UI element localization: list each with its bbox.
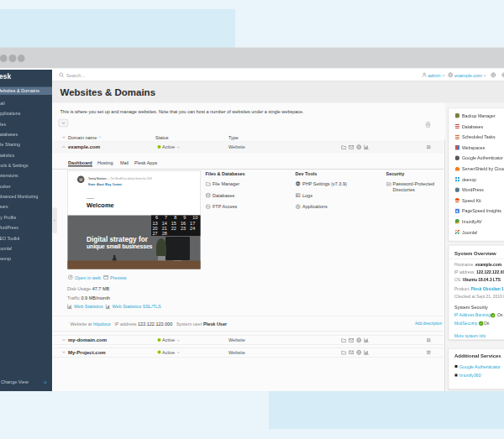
svg-text:php: php <box>296 182 300 186</box>
